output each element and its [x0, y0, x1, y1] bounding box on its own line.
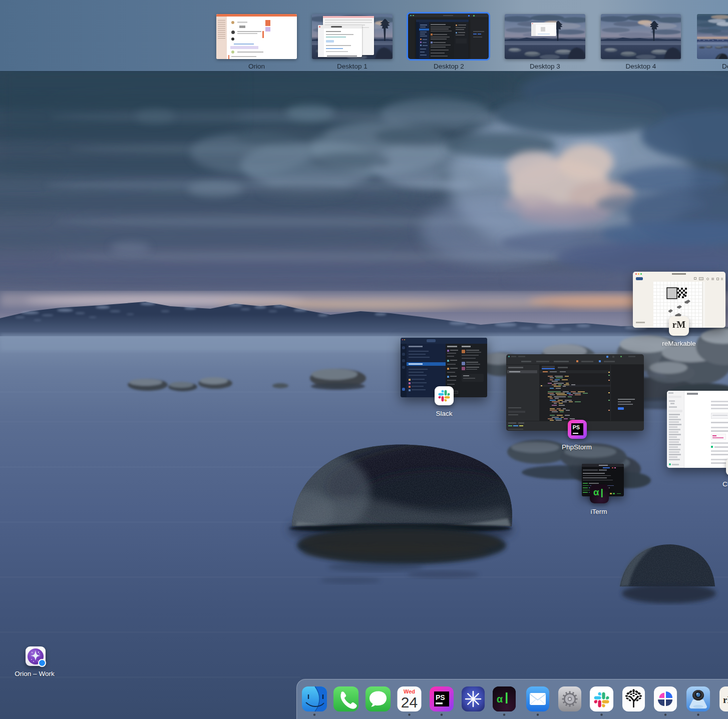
svg-text:rM: rM: [723, 694, 728, 705]
svg-text:α: α: [497, 694, 503, 705]
svg-text:Wed: Wed: [404, 688, 415, 694]
svg-text:24: 24: [401, 694, 418, 710]
svg-text:PS: PS: [436, 693, 445, 701]
